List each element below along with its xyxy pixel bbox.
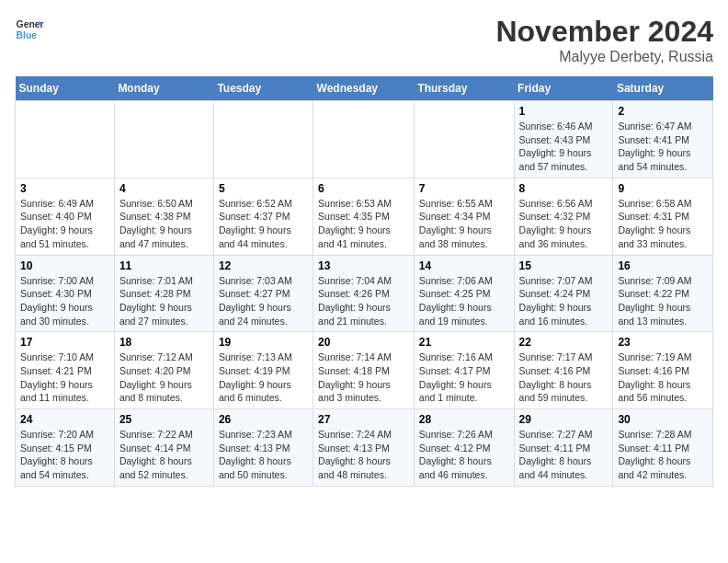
day-number: 13 [318,259,409,272]
calendar-cell: 12Sunrise: 7:03 AM Sunset: 4:27 PM Dayli… [213,255,313,332]
day-detail: Sunrise: 7:28 AM Sunset: 4:11 PM Dayligh… [618,428,708,482]
day-detail: Sunrise: 6:55 AM Sunset: 4:34 PM Dayligh… [419,197,509,251]
day-detail: Sunrise: 7:14 AM Sunset: 4:18 PM Dayligh… [318,350,409,405]
logo: General Blue [15,15,44,44]
day-number: 8 [519,182,609,195]
day-header-thursday: Thursday [414,76,514,101]
day-number: 20 [318,336,409,349]
day-number: 7 [419,182,509,195]
svg-text:Blue: Blue [17,30,38,40]
calendar-cell: 2Sunrise: 6:47 AM Sunset: 4:41 PM Daylig… [613,101,713,178]
day-number: 11 [119,259,209,272]
day-number: 26 [219,413,308,426]
day-detail: Sunrise: 7:12 AM Sunset: 4:20 PM Dayligh… [119,350,209,405]
day-number: 4 [119,182,209,195]
day-number: 24 [20,413,109,426]
calendar-cell: 8Sunrise: 6:56 AM Sunset: 4:32 PM Daylig… [514,178,613,255]
day-number: 23 [618,336,708,349]
day-detail: Sunrise: 7:24 AM Sunset: 4:13 PM Dayligh… [318,428,409,482]
calendar-cell [414,101,514,178]
calendar-cell: 5Sunrise: 6:52 AM Sunset: 4:37 PM Daylig… [213,178,313,255]
calendar-cell: 18Sunrise: 7:12 AM Sunset: 4:20 PM Dayli… [114,332,213,409]
day-number: 15 [519,259,609,272]
calendar-cell: 15Sunrise: 7:07 AM Sunset: 4:24 PM Dayli… [514,255,613,332]
day-number: 29 [519,413,609,426]
day-number: 22 [519,336,609,349]
day-detail: Sunrise: 7:16 AM Sunset: 4:17 PM Dayligh… [419,350,509,405]
week-row-5: 24Sunrise: 7:20 AM Sunset: 4:15 PM Dayli… [16,409,713,487]
day-header-wednesday: Wednesday [313,76,415,101]
day-detail: Sunrise: 7:09 AM Sunset: 4:22 PM Dayligh… [618,274,708,328]
day-header-sunday: Sunday [16,76,115,101]
day-detail: Sunrise: 7:01 AM Sunset: 4:28 PM Dayligh… [119,274,209,328]
day-header-row: SundayMondayTuesdayWednesdayThursdayFrid… [16,76,713,101]
day-detail: Sunrise: 6:52 AM Sunset: 4:37 PM Dayligh… [219,197,308,251]
day-detail: Sunrise: 6:53 AM Sunset: 4:35 PM Dayligh… [318,197,409,251]
day-detail: Sunrise: 7:04 AM Sunset: 4:26 PM Dayligh… [318,274,409,328]
day-detail: Sunrise: 7:07 AM Sunset: 4:24 PM Dayligh… [519,274,609,328]
day-number: 19 [219,336,308,349]
calendar-cell: 25Sunrise: 7:22 AM Sunset: 4:14 PM Dayli… [114,409,213,487]
calendar-cell: 16Sunrise: 7:09 AM Sunset: 4:22 PM Dayli… [613,255,713,332]
day-detail: Sunrise: 7:27 AM Sunset: 4:11 PM Dayligh… [519,428,609,482]
day-number: 12 [219,259,308,272]
day-number: 9 [618,182,708,195]
calendar-cell: 13Sunrise: 7:04 AM Sunset: 4:26 PM Dayli… [313,255,415,332]
day-number: 18 [119,336,209,349]
calendar-cell: 24Sunrise: 7:20 AM Sunset: 4:15 PM Dayli… [16,409,115,487]
day-number: 2 [618,105,708,118]
day-detail: Sunrise: 7:22 AM Sunset: 4:14 PM Dayligh… [119,428,209,482]
day-header-monday: Monday [114,76,213,101]
day-number: 28 [419,413,509,426]
week-row-3: 10Sunrise: 7:00 AM Sunset: 4:30 PM Dayli… [16,255,713,332]
subtitle: Malyye Derbety, Russia [495,49,713,65]
logo-icon: General Blue [15,15,44,44]
day-detail: Sunrise: 7:17 AM Sunset: 4:16 PM Dayligh… [519,350,609,405]
day-number: 3 [20,182,109,195]
day-number: 1 [519,105,609,118]
day-header-tuesday: Tuesday [213,76,313,101]
calendar-cell: 17Sunrise: 7:10 AM Sunset: 4:21 PM Dayli… [16,332,115,409]
calendar-cell: 23Sunrise: 7:19 AM Sunset: 4:16 PM Dayli… [613,332,713,409]
day-number: 14 [419,259,509,272]
week-row-4: 17Sunrise: 7:10 AM Sunset: 4:21 PM Dayli… [16,332,713,409]
day-number: 27 [318,413,409,426]
day-detail: Sunrise: 7:20 AM Sunset: 4:15 PM Dayligh… [20,428,109,482]
day-detail: Sunrise: 7:13 AM Sunset: 4:19 PM Dayligh… [219,350,308,405]
day-detail: Sunrise: 7:19 AM Sunset: 4:16 PM Dayligh… [618,350,708,405]
day-detail: Sunrise: 6:47 AM Sunset: 4:41 PM Dayligh… [618,120,708,174]
week-row-1: 1Sunrise: 6:46 AM Sunset: 4:43 PM Daylig… [16,101,713,178]
calendar-cell: 10Sunrise: 7:00 AM Sunset: 4:30 PM Dayli… [16,255,115,332]
day-header-friday: Friday [514,76,613,101]
day-detail: Sunrise: 7:10 AM Sunset: 4:21 PM Dayligh… [20,350,109,405]
calendar-cell: 19Sunrise: 7:13 AM Sunset: 4:19 PM Dayli… [213,332,313,409]
calendar-cell: 14Sunrise: 7:06 AM Sunset: 4:25 PM Dayli… [414,255,514,332]
calendar-cell: 20Sunrise: 7:14 AM Sunset: 4:18 PM Dayli… [313,332,415,409]
calendar-cell: 6Sunrise: 6:53 AM Sunset: 4:35 PM Daylig… [313,178,415,255]
calendar-cell: 3Sunrise: 6:49 AM Sunset: 4:40 PM Daylig… [16,178,115,255]
calendar-cell: 7Sunrise: 6:55 AM Sunset: 4:34 PM Daylig… [414,178,514,255]
calendar-cell: 27Sunrise: 7:24 AM Sunset: 4:13 PM Dayli… [313,409,415,487]
page-header: General Blue November 2024 Malyye Derbet… [15,15,713,65]
day-number: 30 [618,413,708,426]
calendar-cell: 11Sunrise: 7:01 AM Sunset: 4:28 PM Dayli… [114,255,213,332]
day-detail: Sunrise: 6:58 AM Sunset: 4:31 PM Dayligh… [618,197,708,251]
calendar-cell: 22Sunrise: 7:17 AM Sunset: 4:16 PM Dayli… [514,332,613,409]
title-block: November 2024 Malyye Derbety, Russia [495,15,713,65]
calendar-cell: 21Sunrise: 7:16 AM Sunset: 4:17 PM Dayli… [414,332,514,409]
calendar-table: SundayMondayTuesdayWednesdayThursdayFrid… [15,76,713,487]
day-detail: Sunrise: 7:06 AM Sunset: 4:25 PM Dayligh… [419,274,509,328]
day-detail: Sunrise: 7:03 AM Sunset: 4:27 PM Dayligh… [219,274,308,328]
calendar-cell: 28Sunrise: 7:26 AM Sunset: 4:12 PM Dayli… [414,409,514,487]
calendar-cell: 1Sunrise: 6:46 AM Sunset: 4:43 PM Daylig… [514,101,613,178]
calendar-cell [16,101,115,178]
day-number: 5 [219,182,308,195]
calendar-cell [114,101,213,178]
calendar-cell [213,101,313,178]
week-row-2: 3Sunrise: 6:49 AM Sunset: 4:40 PM Daylig… [16,178,713,255]
calendar-cell: 26Sunrise: 7:23 AM Sunset: 4:13 PM Dayli… [213,409,313,487]
day-detail: Sunrise: 6:49 AM Sunset: 4:40 PM Dayligh… [20,197,109,251]
day-number: 6 [318,182,409,195]
day-number: 10 [20,259,109,272]
calendar-cell: 9Sunrise: 6:58 AM Sunset: 4:31 PM Daylig… [613,178,713,255]
